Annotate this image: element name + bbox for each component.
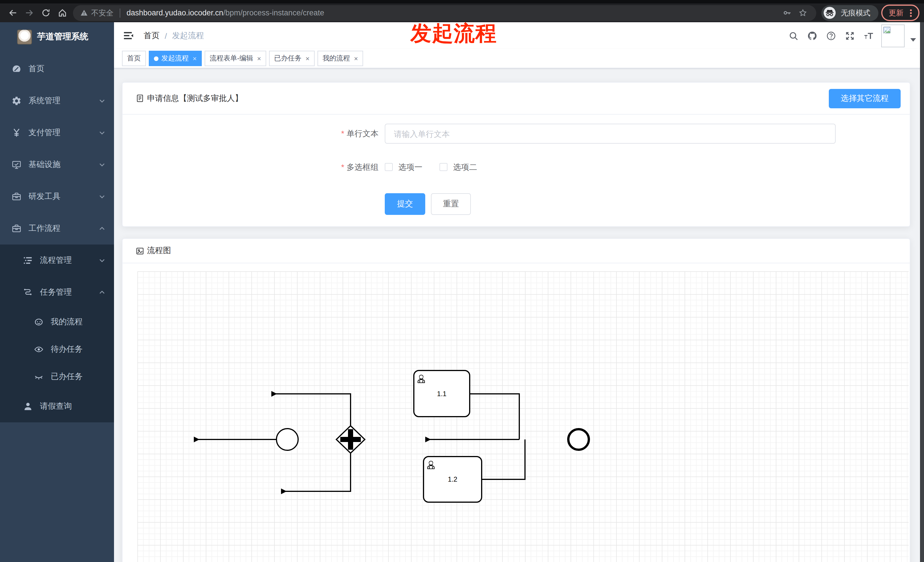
font-size-icon[interactable]: [859, 22, 878, 49]
picture-icon: [136, 247, 144, 255]
tab-0[interactable]: 首页: [122, 51, 146, 66]
checkbox-group-label: *多选框组: [208, 161, 378, 173]
single-line-input[interactable]: [385, 124, 836, 144]
diagram-title: 流程图: [136, 246, 171, 256]
sidebar-item-label: 待办任务: [51, 344, 82, 355]
briefcase-icon: [11, 223, 22, 234]
apply-info-card: 申请信息【测试多审批人】 选择其它流程 *单行文本 *多选框组 选项一 选项二: [122, 82, 910, 227]
browser-reload-button[interactable]: [38, 5, 54, 21]
tags-view: 首页发起流程×流程表单-编辑×已办任务×我的流程×: [114, 49, 924, 68]
browser-menu-icon[interactable]: [906, 8, 915, 17]
bpmn-canvas[interactable]: 1.1 1.2: [137, 271, 909, 562]
select-other-process-button[interactable]: 选择其它流程: [829, 89, 901, 108]
sidebar-item-label: 已办任务: [51, 372, 82, 382]
sidebar-item-label: 任务管理: [40, 287, 72, 298]
sidebar-logo[interactable]: 芋道管理系统: [0, 22, 114, 51]
parallel-gateway[interactable]: [336, 426, 365, 453]
sidebar-item-label: 首页: [28, 64, 45, 74]
sidebar-item-7[interactable]: 任务管理: [0, 276, 114, 308]
github-icon[interactable]: [802, 22, 821, 49]
sidebar-item-3[interactable]: 基础设施: [0, 149, 114, 181]
security-label[interactable]: 不安全: [91, 8, 113, 18]
search-icon[interactable]: [784, 22, 802, 49]
tab-4[interactable]: 我的流程×: [318, 51, 363, 66]
sidebar-submenu: 流程管理任务管理我的流程待办任务已办任务请假查询: [0, 244, 114, 423]
caret-down-icon[interactable]: [910, 38, 916, 41]
sidebar-item-10[interactable]: 已办任务: [0, 363, 114, 390]
browser-home-button[interactable]: [54, 5, 70, 21]
diagram-card-header: 流程图: [123, 239, 910, 263]
end-event[interactable]: [568, 429, 589, 450]
browser-update-button[interactable]: 更新: [881, 4, 920, 21]
reset-button[interactable]: 重置: [431, 193, 471, 215]
browser-chrome: 不安全 dashboard.yudao.iocoder.cn /bpm/proc…: [0, 0, 924, 22]
window-scrollbar[interactable]: [920, 22, 924, 562]
fullscreen-icon[interactable]: [840, 22, 859, 49]
sidebar-item-5[interactable]: 工作流程: [0, 213, 114, 244]
checkbox-option-1-label[interactable]: 选项一: [399, 161, 422, 173]
chevron-down-icon: [99, 97, 105, 104]
chevron-down-icon: [99, 129, 105, 136]
sidebar: 芋道管理系统 首页系统管理支付管理基础设施研发工具工作流程流程管理任务管理我的流…: [0, 22, 114, 562]
tab-close-icon[interactable]: ×: [354, 55, 358, 62]
tab-label: 流程表单-编辑: [210, 54, 253, 63]
checkbox-option-2[interactable]: [440, 163, 447, 171]
logo-image: [17, 29, 32, 44]
tab-close-icon[interactable]: ×: [193, 55, 196, 62]
briefcase-icon: [11, 192, 22, 202]
app-title: 芋道管理系统: [37, 31, 88, 42]
chevron-down-icon: [99, 193, 105, 200]
chevron-up-icon: [99, 225, 105, 232]
incognito-icon: [823, 6, 836, 19]
submit-button[interactable]: 提交: [385, 193, 425, 215]
user-icon: [23, 401, 33, 412]
tab-2[interactable]: 流程表单-编辑×: [205, 51, 266, 66]
hamburger-icon[interactable]: [123, 30, 134, 41]
browser-forward-button[interactable]: [21, 5, 38, 21]
start-event[interactable]: [276, 429, 298, 450]
checkbox-option-2-label[interactable]: 选项二: [453, 161, 477, 173]
help-icon[interactable]: [821, 22, 840, 49]
monitor-icon: [11, 160, 22, 170]
sidebar-item-label: 基础设施: [28, 160, 60, 170]
tab-close-icon[interactable]: ×: [306, 55, 309, 62]
tab-3[interactable]: 已办任务×: [269, 51, 315, 66]
face-icon: [34, 317, 44, 327]
sidebar-item-8[interactable]: 我的流程: [0, 308, 114, 336]
avatar[interactable]: [881, 24, 904, 47]
page-content: 申请信息【测试多审批人】 选择其它流程 *单行文本 *多选框组 选项一 选项二: [114, 68, 924, 562]
url-bar[interactable]: 不安全 dashboard.yudao.iocoder.cn /bpm/proc…: [73, 5, 816, 21]
task-label: 1.1: [437, 390, 446, 397]
sidebar-item-0[interactable]: 首页: [0, 53, 114, 85]
checkbox-option-1[interactable]: [385, 163, 393, 171]
sidebar-item-11[interactable]: 请假查询: [0, 390, 114, 423]
user-task-1-2[interactable]: 1.2: [423, 457, 482, 502]
breadcrumb-home[interactable]: 首页: [144, 30, 160, 41]
chevron-down-icon: [99, 257, 105, 264]
tab-1[interactable]: 发起流程×: [149, 51, 202, 66]
omnibox-divider: [120, 8, 120, 17]
update-label: 更新: [889, 8, 903, 18]
sidebar-item-2[interactable]: 支付管理: [0, 117, 114, 149]
browser-tab-strip: [0, 0, 924, 3]
breadcrumb: 首页 / 发起流程: [144, 30, 204, 41]
sidebar-item-4[interactable]: 研发工具: [0, 181, 114, 213]
sidebar-item-9[interactable]: 待办任务: [0, 336, 114, 363]
navbar-right-icons: [784, 22, 918, 49]
browser-back-button[interactable]: [4, 5, 21, 21]
tab-label: 首页: [127, 54, 141, 63]
sidebar-menu: 首页系统管理支付管理基础设施研发工具工作流程流程管理任务管理我的流程待办任务已办…: [0, 53, 114, 423]
bookmark-star-icon[interactable]: [795, 5, 811, 21]
sidebar-item-1[interactable]: 系统管理: [0, 85, 114, 117]
flow-icon: [23, 287, 33, 298]
tab-close-icon[interactable]: ×: [257, 55, 261, 62]
url-path: /bpm/process-instance/create: [223, 9, 324, 17]
password-key-icon[interactable]: [778, 5, 795, 21]
apply-info-card-header: 申请信息【测试多审批人】 选择其它流程: [123, 82, 910, 115]
document-icon: [136, 94, 144, 103]
sidebar-item-6[interactable]: 流程管理: [0, 244, 114, 276]
sidebar-item-label: 支付管理: [28, 128, 60, 138]
tab-label: 已办任务: [274, 54, 302, 63]
user-task-1-1[interactable]: 1.1: [414, 370, 470, 417]
navbar: 首页 / 发起流程: [114, 22, 924, 49]
